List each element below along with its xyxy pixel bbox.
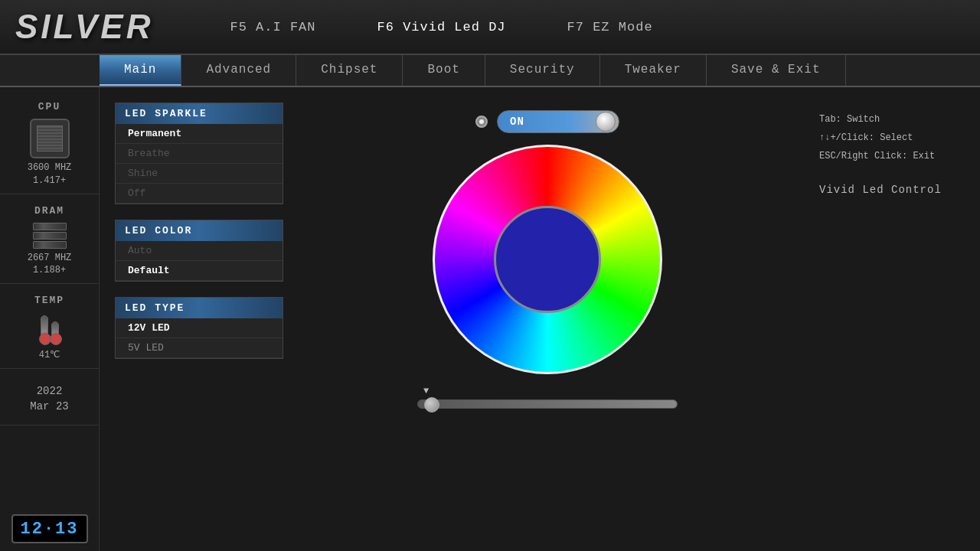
led-color-panel: LED COLOR Auto Default [115,220,283,282]
led-sparkle-breathe[interactable]: Breathe [116,144,283,164]
led-color-auto[interactable]: Auto [116,241,283,261]
nav-tabs: Main Advanced Chipset Boot Security Twea… [0,55,980,87]
led-color-default[interactable]: Default [116,261,283,281]
dram-freq: 2667 MHZ 1.188+ [28,252,72,278]
date-display: 2022 Mar 23 [30,380,68,419]
logo: SILVER [15,8,154,46]
clock-time: 12·13 [20,520,78,539]
help-line2: ↑↓+/Click: Select [819,129,957,147]
cpu-freq: 3600 MHZ 1.417+ [28,161,72,187]
cpu-icon [30,119,70,158]
led-type-5v[interactable]: 5V LED [116,338,283,358]
f5-fan-button[interactable]: F5 A.I FAN [230,20,316,34]
color-wheel-inner [494,206,601,313]
toggle-radio[interactable] [475,116,488,128]
f7-ez-button[interactable]: F7 EZ Mode [567,20,653,34]
on-off-toggle[interactable]: ON [497,110,619,133]
slider-thumb[interactable] [424,397,439,412]
tab-boot[interactable]: Boot [403,55,485,86]
f6-vivid-button[interactable]: F6 Vivid Led DJ [377,20,506,34]
brightness-row: ▼ [417,386,678,409]
led-type-panel: LED TYPE 12V LED 5V LED [115,297,283,359]
color-wheel-container[interactable] [433,145,662,374]
tab-save-exit[interactable]: Save & Exit [707,55,846,86]
sidebar: CPU 3600 MHZ 1.417+ DRAM 2667 MHZ 1.188+… [0,87,100,551]
help-line1: Tab: Switch [819,110,957,129]
temp-label: TEMP [34,295,64,306]
cpu-section: CPU 3600 MHZ 1.417+ [0,95,99,194]
led-panels: LED SPARKLE Permanent Breathe Shine Off … [115,103,283,543]
tab-tweaker[interactable]: Tweaker [600,55,707,86]
tab-security[interactable]: Security [485,55,600,86]
help-panel: Tab: Switch ↑↓+/Click: Select ESC/Right … [812,103,965,543]
led-type-header: LED TYPE [116,298,283,318]
dram-icon [33,223,67,249]
help-line3: ESC/Right Click: Exit [819,147,957,165]
clock-display: 12·13 [11,514,88,543]
temp-value: 41℃ [39,349,60,362]
tab-chipset[interactable]: Chipset [296,55,403,86]
help-text: Tab: Switch ↑↓+/Click: Select ESC/Right … [819,110,957,165]
dram-label: DRAM [34,205,64,217]
led-sparkle-header: LED SPARKLE [116,103,283,124]
led-sparkle-off[interactable]: Off [116,184,283,204]
led-color-header: LED COLOR [116,220,283,241]
thermometer-icon [33,312,67,346]
color-wheel[interactable] [433,145,662,374]
content-area: LED SPARKLE Permanent Breathe Shine Off … [100,87,980,551]
temp-section: TEMP 41℃ [0,289,99,369]
slider-arrow-icon: ▼ [423,386,429,396]
cpu-label: CPU [38,101,60,112]
header: SILVER F5 A.I FAN F6 Vivid Led DJ F7 EZ … [0,0,980,55]
toggle-row: ON [475,110,619,133]
dram-section: DRAM 2667 MHZ 1.188+ [0,199,99,285]
led-type-12v[interactable]: 12V LED [116,318,283,338]
led-sparkle-shine[interactable]: Shine [116,164,283,184]
tab-main[interactable]: Main [100,55,181,86]
date-section: 2022 Mar 23 [0,373,99,425]
center-area: ON ▼ [299,103,796,543]
toggle-label: ON [510,116,524,128]
led-sparkle-panel: LED SPARKLE Permanent Breathe Shine Off [115,103,283,204]
vivid-led-label: Vivid Led Control [819,181,957,200]
main-layout: CPU 3600 MHZ 1.417+ DRAM 2667 MHZ 1.188+… [0,87,980,551]
brightness-slider[interactable] [417,399,678,409]
toggle-knob [596,112,616,132]
led-sparkle-permanent[interactable]: Permanent [116,124,283,144]
tab-advanced[interactable]: Advanced [181,55,296,86]
